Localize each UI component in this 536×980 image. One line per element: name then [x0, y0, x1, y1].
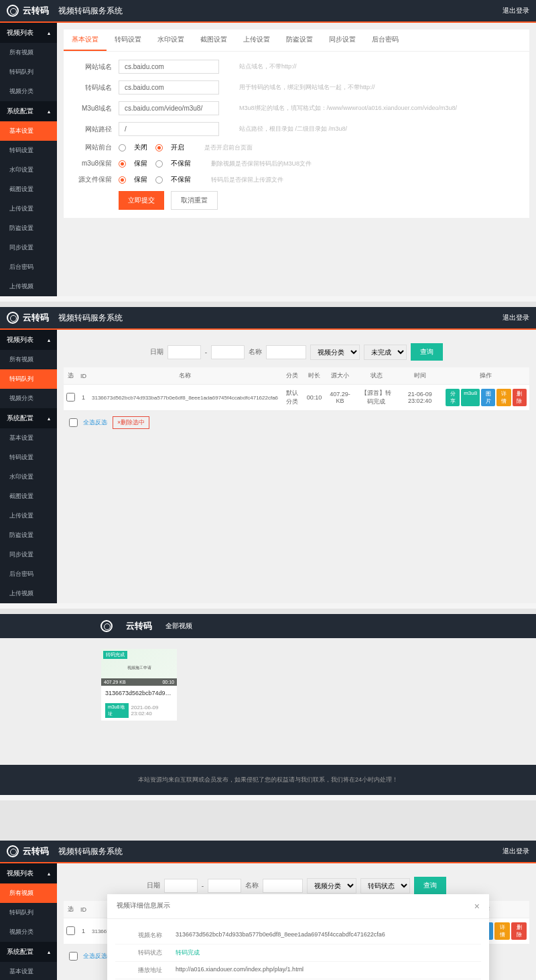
action-delete[interactable]: 删除 — [511, 922, 527, 940]
sidebar: 视频列表▴ 所有视频 转码队列 视频分类 系统配置▴ 基本设置 转码设置 水印设… — [0, 863, 57, 980]
input-m3u8-domain[interactable] — [119, 101, 219, 115]
name-input[interactable] — [266, 345, 306, 359]
input-path[interactable] — [119, 122, 219, 136]
header: 云转码 视频转码服务系统 退出登录 — [0, 841, 536, 862]
sidebar-group-config[interactable]: 系统配置▴ — [0, 942, 57, 962]
tab-sync[interactable]: 同步设置 — [321, 29, 364, 51]
select-all-checkbox[interactable] — [69, 418, 78, 427]
query-button[interactable]: 查询 — [411, 343, 443, 361]
delete-selected-button[interactable]: ×删除选中 — [113, 416, 149, 429]
sidebar-group-video[interactable]: 视频列表▴ — [0, 330, 57, 350]
sidebar-group-config[interactable]: 系统配置▴ — [0, 408, 57, 428]
sidebar-group-video[interactable]: 视频列表▴ — [0, 863, 57, 883]
system-title: 视频转码服务系统 — [58, 846, 123, 857]
sidebar-item-password[interactable]: 后台密码 — [0, 564, 57, 584]
sidebar-item-category[interactable]: 视频分类 — [0, 922, 57, 942]
radio-m3u8-nokeep[interactable] — [155, 160, 163, 168]
query-button[interactable]: 查询 — [414, 877, 446, 894]
action-img[interactable]: 图片 — [481, 389, 495, 406]
tab-antitheft[interactable]: 防盗设置 — [278, 29, 321, 51]
sidebar-item-transcode[interactable]: 转码设置 — [0, 448, 57, 467]
sidebar-item-sync[interactable]: 同步设置 — [0, 238, 57, 257]
radio-m3u8-keep[interactable] — [119, 160, 126, 168]
video-card[interactable]: 转码完成 视频施工中请 407.29 KB00:10 3136673d562bc… — [100, 648, 178, 721]
name-input[interactable] — [263, 879, 303, 893]
sidebar-item-all-videos[interactable]: 所有视频 — [0, 883, 57, 903]
input-transcode-domain[interactable] — [119, 80, 219, 95]
sidebar-item-category[interactable]: 视频分类 — [0, 389, 57, 408]
sidebar-item-transcode[interactable]: 转码设置 — [0, 141, 57, 160]
thumb-duration: 00:10 — [162, 680, 174, 684]
select-all-checkbox[interactable] — [69, 952, 78, 961]
sidebar-item-basic[interactable]: 基本设置 — [0, 428, 57, 448]
sidebar-item-upload-video[interactable]: 上传视频 — [0, 277, 57, 296]
sidebar-group-config[interactable]: 系统配置▴ — [0, 101, 57, 121]
sidebar-item-queue[interactable]: 转码队列 — [0, 903, 57, 922]
tab-watermark[interactable]: 水印设置 — [149, 29, 192, 51]
sidebar-item-basic[interactable]: 基本设置 — [0, 962, 57, 980]
sidebar-item-all-videos[interactable]: 所有视频 — [0, 350, 57, 369]
sidebar-item-watermark[interactable]: 水印设置 — [0, 467, 57, 487]
sidebar-item-basic[interactable]: 基本设置 — [0, 121, 57, 141]
th-status: 状态 — [356, 367, 397, 385]
select-all-link[interactable]: 全选反选 — [83, 952, 107, 961]
card-tag[interactable]: m3u8地址 — [105, 703, 129, 718]
logout-link[interactable]: 退出登录 — [503, 313, 529, 322]
category-select[interactable]: 视频分类 — [310, 345, 360, 360]
thumb-placeholder-text: 视频施工中请 — [127, 664, 151, 670]
submit-button[interactable]: 立即提交 — [119, 191, 164, 210]
tab-password[interactable]: 后台密码 — [364, 29, 407, 51]
radio-src-keep[interactable] — [119, 176, 126, 184]
caret-up-icon: ▴ — [48, 871, 50, 877]
action-m3u8[interactable]: m3u8 — [461, 389, 480, 406]
sidebar-item-upload[interactable]: 上传设置 — [0, 506, 57, 526]
action-detail[interactable]: 详情 — [494, 922, 510, 940]
row-checkbox[interactable] — [66, 393, 75, 402]
select-all-link[interactable]: 全选反选 — [83, 418, 107, 427]
sidebar-item-sync[interactable]: 同步设置 — [0, 545, 57, 564]
radio-frontend-off[interactable] — [119, 144, 126, 151]
logo-text: 云转码 — [23, 5, 49, 17]
sidebar-item-all-videos[interactable]: 所有视频 — [0, 43, 57, 62]
nav-all-videos[interactable]: 全部视频 — [165, 621, 192, 631]
sidebar-item-antitheft[interactable]: 防盗设置 — [0, 219, 57, 238]
sidebar-item-queue[interactable]: 转码队列 — [0, 62, 57, 82]
reset-button[interactable]: 取消重置 — [171, 191, 218, 210]
action-share[interactable]: 分享 — [446, 389, 460, 406]
date-from-input[interactable] — [168, 345, 201, 359]
tab-upload[interactable]: 上传设置 — [235, 29, 278, 51]
sidebar-item-watermark[interactable]: 水印设置 — [0, 160, 57, 180]
cell-cat: 默认分类 — [281, 385, 304, 411]
date-from-input[interactable] — [164, 879, 198, 893]
category-select[interactable]: 视频分类 — [307, 878, 356, 894]
sidebar-item-category[interactable]: 视频分类 — [0, 82, 57, 101]
logout-link[interactable]: 退出登录 — [503, 847, 529, 856]
action-detail[interactable]: 详情 — [496, 389, 511, 406]
sidebar-item-upload[interactable]: 上传设置 — [0, 199, 57, 219]
sidebar-group-video[interactable]: 视频列表▴ — [0, 23, 57, 43]
action-delete[interactable]: 删除 — [513, 389, 527, 406]
tab-transcode[interactable]: 转码设置 — [107, 29, 149, 51]
tab-basic[interactable]: 基本设置 — [64, 29, 107, 51]
th-select: 选 — [64, 901, 78, 918]
close-icon[interactable]: × — [474, 901, 480, 912]
status-select[interactable]: 转码状态 — [360, 878, 410, 894]
sidebar-item-upload-video[interactable]: 上传视频 — [0, 584, 57, 603]
sidebar-item-screenshot[interactable]: 截图设置 — [0, 180, 57, 199]
radio-src-nokeep[interactable] — [155, 176, 163, 184]
tab-screenshot[interactable]: 截图设置 — [192, 29, 235, 51]
logout-link[interactable]: 退出登录 — [503, 6, 529, 15]
date-to-input[interactable] — [211, 345, 245, 359]
sidebar-item-screenshot[interactable]: 截图设置 — [0, 487, 57, 506]
row-checkbox[interactable] — [66, 926, 75, 935]
date-to-input[interactable] — [208, 879, 241, 893]
input-domain[interactable] — [119, 60, 219, 74]
cell-name: 3136673d562bcb74d933ba577b0e6df8_8eee1ad… — [89, 385, 281, 411]
sidebar-item-password[interactable]: 后台密码 — [0, 257, 57, 277]
sidebar-item-queue[interactable]: 转码队列 — [0, 369, 57, 389]
radio-frontend-on[interactable] — [155, 144, 163, 151]
thumb-size: 407.29 KB — [104, 680, 126, 684]
logo-icon — [100, 620, 113, 632]
sidebar-item-antitheft[interactable]: 防盗设置 — [0, 526, 57, 545]
status-select[interactable]: 未完成 — [364, 345, 407, 360]
